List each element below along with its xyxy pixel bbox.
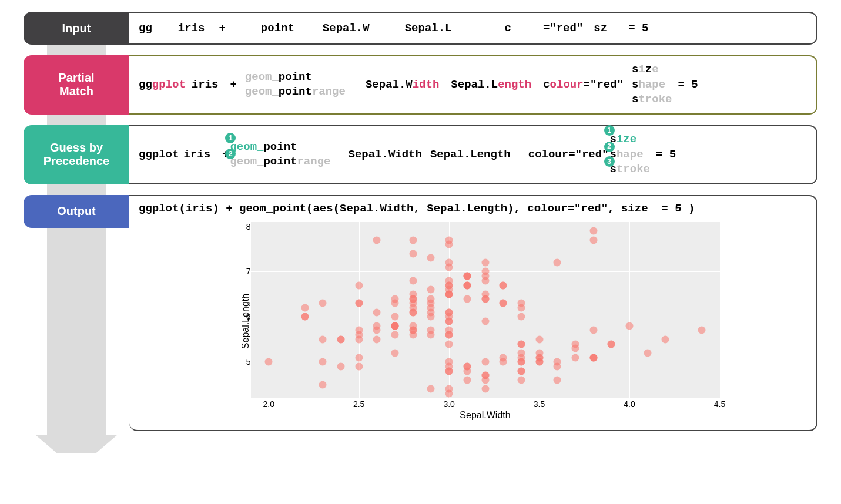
geom-options: geom_point geom_pointrange	[245, 70, 346, 100]
output-content: ggplot(iris) + geom_point(aes(Sepal.Widt…	[129, 195, 817, 431]
geom-ranked: 1geom_point 2geom_pointrange	[230, 140, 330, 170]
data-point	[445, 281, 453, 289]
tok-coloureq: colour="red"	[528, 148, 609, 161]
data-point	[391, 322, 399, 330]
data-point	[554, 259, 561, 267]
data-point	[373, 322, 381, 330]
tok-sepalwidth: Sepal.Width	[348, 148, 421, 161]
data-point	[662, 335, 669, 343]
tok-sepall: Sepal.L	[405, 22, 452, 35]
tok-sepallength: Sepal.Length	[451, 78, 531, 91]
tok-ggplot: gggplot	[139, 78, 186, 91]
tok-sepalw: Sepal.W	[323, 22, 370, 35]
data-point	[554, 362, 561, 370]
data-point	[463, 295, 471, 303]
data-point	[427, 327, 435, 334]
y-ticks: 5678	[237, 222, 251, 398]
x-tick-label: 3.5	[534, 399, 545, 409]
data-point	[427, 254, 435, 262]
data-point	[445, 236, 453, 244]
data-point	[517, 377, 525, 384]
data-point	[481, 377, 489, 384]
data-point	[481, 295, 489, 303]
x-tick-label: 4.0	[624, 399, 635, 409]
guess-content: ggplot iris + 1geom_point 2geom_pointran…	[129, 125, 817, 184]
input-content: gg iris + point Sepal.W Sepal.L c ="red"…	[129, 12, 817, 45]
data-point	[626, 322, 634, 330]
output-code: ggplot(iris) + geom_point(aes(Sepal.Widt…	[139, 202, 807, 215]
output-step: Output ggplot(iris) + geom_point(aes(Sep…	[24, 195, 817, 431]
tok-iris: iris	[183, 148, 210, 161]
y-tick-label: 7	[246, 267, 251, 276]
guess-label: Guess by Precedence	[24, 125, 129, 184]
tok-sz: sz	[594, 22, 607, 35]
data-point	[589, 227, 597, 235]
data-point	[589, 236, 597, 244]
tok-eq5: = 5	[678, 78, 698, 91]
x-tick-label: 2.0	[263, 399, 274, 409]
data-point	[517, 340, 525, 348]
data-point	[500, 358, 507, 366]
data-point	[481, 385, 489, 393]
data-point	[355, 335, 363, 343]
tok-sepalwidth: Sepal.Width	[366, 78, 439, 91]
data-point	[301, 313, 309, 321]
data-point	[535, 335, 543, 343]
tok-eq5: = 5	[656, 148, 676, 161]
tok-sepallength: Sepal.Length	[430, 148, 511, 161]
data-point	[445, 327, 453, 334]
scatter-chart: Sepal.Length 5678 2.02.53.03.54.04.5 Sep…	[226, 222, 720, 421]
y-tick-label: 8	[246, 222, 251, 231]
data-point	[391, 300, 399, 307]
tok-c: c	[505, 22, 511, 35]
tok-point: point	[261, 22, 294, 35]
data-point	[463, 273, 471, 280]
tok-colour: colour="red"	[543, 78, 624, 91]
data-point	[427, 313, 435, 321]
data-point	[427, 300, 435, 307]
plot-area	[251, 222, 720, 398]
sz-ranked: 1size 2shape 3stroke	[610, 132, 650, 177]
data-point	[608, 340, 615, 348]
data-point	[481, 259, 489, 267]
data-point	[355, 327, 363, 334]
guess-step: Guess by Precedence ggplot iris + 1geom_…	[24, 125, 817, 184]
badge-s3: 3	[604, 156, 615, 167]
tok-gg: gg	[139, 22, 152, 35]
data-point	[391, 331, 399, 339]
match-step: Partial Match gggplot iris + geom_point …	[24, 55, 817, 115]
y-tick-label: 5	[246, 357, 251, 367]
tok-eq5: = 5	[628, 22, 648, 35]
data-point	[391, 313, 399, 321]
data-point	[500, 300, 507, 307]
x-ticks: 2.02.53.03.54.04.5	[251, 398, 720, 409]
data-point	[319, 300, 327, 307]
tok-iris: iris	[178, 22, 205, 35]
data-point	[481, 277, 489, 284]
data-point	[517, 304, 525, 311]
data-point	[355, 300, 363, 307]
data-point	[265, 358, 273, 366]
data-point	[517, 313, 525, 321]
data-point	[373, 308, 381, 316]
data-point	[355, 362, 363, 370]
data-point	[319, 358, 327, 366]
data-point	[517, 367, 525, 375]
data-point	[463, 377, 471, 384]
badge-s2: 2	[604, 142, 615, 152]
data-point	[391, 349, 399, 357]
data-point	[355, 281, 363, 289]
tok-plus: +	[230, 78, 236, 91]
data-point	[535, 358, 543, 366]
data-point	[535, 349, 543, 357]
y-tick-label: 6	[246, 312, 251, 321]
badge-s1: 1	[604, 125, 615, 136]
x-tick-label: 4.5	[714, 399, 725, 409]
data-point	[571, 345, 579, 352]
data-point	[301, 304, 309, 311]
data-point	[319, 381, 327, 388]
match-label: Partial Match	[24, 55, 129, 115]
data-point	[409, 236, 417, 244]
data-point	[554, 377, 561, 384]
input-label: Input	[24, 12, 129, 45]
